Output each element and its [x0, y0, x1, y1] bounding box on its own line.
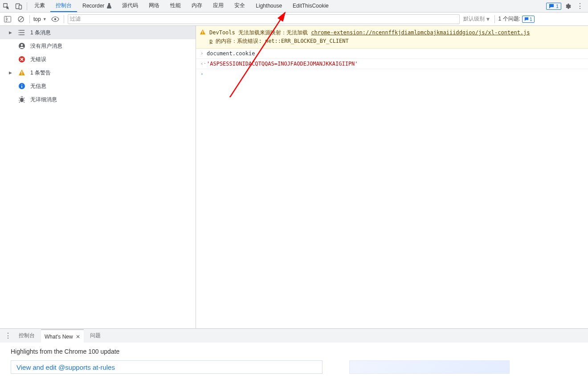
error-badge-count: 1 [556, 4, 559, 9]
chevron-down-icon: ▼ [486, 16, 491, 22]
live-expression-button[interactable] [50, 14, 60, 24]
drawer-tab-label: 问题 [90, 332, 101, 339]
bug-icon [18, 95, 26, 103]
sidebar-item-user[interactable]: 没有用户消息 [0, 39, 196, 53]
svg-rect-1 [19, 5, 22, 9]
svg-point-14 [21, 44, 23, 46]
tab-label: 源代码 [122, 2, 138, 9]
tab-label: Lighthouse [256, 3, 282, 9]
tab-performance[interactable]: 性能 [165, 0, 186, 12]
expand-arrow-icon: ▶ [9, 30, 13, 35]
sidebar-item-label: 无信息 [30, 83, 46, 90]
console-input-line[interactable]: › document.cookie [196, 49, 588, 59]
drawer-tab-label: What's New [45, 334, 73, 340]
sidebar-item-label: 无错误 [30, 56, 46, 63]
drawer-tab-label: 控制台 [19, 332, 35, 339]
issues-badge: 1 [522, 16, 535, 23]
whatsnew-card-title: View and edit @supports at-rules [16, 364, 115, 371]
error-badge[interactable]: 1 [546, 3, 561, 10]
console-output-text: 'ASPSESSIONIDACQTQQAS=INOJFAODEJOMANJKKA… [207, 61, 584, 67]
tab-memory[interactable]: 内存 [186, 0, 208, 12]
tab-application[interactable]: 应用 [208, 0, 229, 12]
warning-link[interactable]: chrome-extension://ncennffkjdiamlpmcbajk… [311, 29, 530, 36]
divider [27, 2, 27, 10]
tab-editthiscookie[interactable]: EditThisCookie [287, 0, 334, 12]
tab-label: 安全 [234, 2, 245, 9]
console-output: DevTools 无法加载来源映射：无法加载 chrome-extension:… [196, 26, 588, 328]
sidebar-item-messages[interactable]: ▶ 1 条消息 [0, 26, 196, 39]
topbar-right: 1 ⋮ [546, 0, 588, 12]
devtools-tabbar: 元素 控制台 Recorder 源代码 网络 性能 内存 应用 安全 Light… [0, 0, 588, 12]
sidebar-item-label: 无详细消息 [30, 96, 57, 103]
filter-input[interactable]: 过滤 [68, 14, 460, 24]
svg-rect-16 [21, 71, 22, 74]
console-prompt-line[interactable]: › [196, 69, 588, 79]
tab-elements[interactable]: 元素 [29, 0, 50, 12]
tab-label: Recorder [82, 3, 104, 9]
console-output-line: ‹· 'ASPSESSIONIDACQTQQAS=INOJFAODEJOMANJ… [196, 59, 588, 69]
sidebar-item-errors[interactable]: 无错误 [0, 53, 196, 66]
whatsnew-cards: View and edit @supports at-rules [0, 360, 588, 376]
log-level-selector[interactable]: 默认级别 ▼ [463, 15, 491, 23]
log-level-label: 默认级别 [463, 15, 485, 23]
tab-label: 应用 [213, 2, 224, 9]
context-selector[interactable]: top ▼ [33, 16, 47, 22]
drawer-more-button[interactable]: ⋮ [4, 331, 12, 340]
settings-button[interactable] [561, 0, 574, 12]
svg-rect-20 [21, 84, 22, 85]
issues-label: 1 个问题: [498, 15, 520, 23]
drawer-tab-console[interactable]: 控制台 [15, 329, 38, 343]
svg-point-6 [54, 18, 56, 20]
svg-point-12 [18, 34, 19, 35]
svg-rect-22 [202, 31, 203, 33]
filter-placeholder: 过滤 [70, 15, 81, 23]
toggle-sidebar-button[interactable] [3, 14, 12, 24]
tab-sources[interactable]: 源代码 [117, 0, 143, 12]
drawer-tab-whatsnew[interactable]: What's New ✕ [41, 329, 84, 343]
sidebar-item-verbose[interactable]: 无详细消息 [0, 93, 196, 106]
close-icon[interactable]: ✕ [76, 334, 80, 340]
sidebar-item-label: 没有用户消息 [30, 42, 62, 50]
svg-rect-2 [4, 16, 11, 22]
sidebar-item-warnings[interactable]: ▶ 1 条警告 [0, 66, 196, 79]
tab-console[interactable]: 控制台 [50, 0, 77, 12]
tab-security[interactable]: 安全 [229, 0, 250, 12]
console-sidebar: ▶ 1 条消息 没有用户消息 无错误 ▶ 1 条警告 无信息 无详细消息 [0, 26, 196, 328]
chat-icon [549, 4, 554, 9]
console-toolbar: top ▼ 过滤 默认级别 ▼ 1 个问题: 1 [0, 12, 588, 26]
divider [29, 15, 30, 23]
whatsnew-card[interactable]: View and edit @supports at-rules [11, 360, 323, 374]
chevron-down-icon: ▼ [43, 17, 47, 21]
device-toolbar-icon[interactable] [12, 0, 25, 12]
inspect-element-icon[interactable] [0, 0, 12, 12]
tab-lighthouse[interactable]: Lighthouse [250, 0, 287, 12]
more-button[interactable]: ⋮ [574, 0, 586, 12]
output-arrow-icon: ‹· [200, 61, 207, 66]
info-icon [18, 82, 26, 90]
svg-rect-23 [202, 33, 203, 34]
warning-text-suffix2: 的内容：系统错误: net::ERR_BLOCKED_BY_CLIENT [212, 38, 349, 44]
svg-rect-17 [21, 74, 22, 75]
error-icon [18, 55, 26, 63]
drawer-tabbar: ⋮ 控制台 What's New ✕ 问题 [0, 328, 588, 343]
tab-label: 性能 [170, 2, 181, 9]
console-body: ▶ 1 条消息 没有用户消息 无错误 ▶ 1 条警告 无信息 无详细消息 [0, 26, 588, 328]
sidebar-item-info[interactable]: 无信息 [0, 79, 196, 93]
drawer-tab-issues[interactable]: 问题 [86, 329, 104, 343]
warning-text-prefix: DevTools 无法加载来源映射：无法加载 [209, 29, 311, 36]
svg-line-5 [19, 17, 23, 21]
sidebar-item-label: 1 条消息 [30, 29, 51, 37]
warning-icon [200, 29, 206, 35]
expand-arrow-icon: ▶ [9, 70, 13, 75]
svg-point-21 [20, 98, 24, 102]
issues-indicator[interactable]: 1 个问题: 1 [498, 15, 535, 23]
clear-console-button[interactable] [16, 14, 26, 24]
tab-recorder[interactable]: Recorder [77, 0, 117, 12]
list-icon [18, 29, 26, 37]
prompt-arrow-icon: › [200, 71, 207, 77]
tab-label: 元素 [34, 2, 45, 9]
input-arrow-icon: › [200, 50, 207, 56]
tab-network[interactable]: 网络 [143, 0, 165, 12]
sidebar-item-label: 1 条警告 [30, 69, 51, 77]
divider [494, 15, 495, 23]
